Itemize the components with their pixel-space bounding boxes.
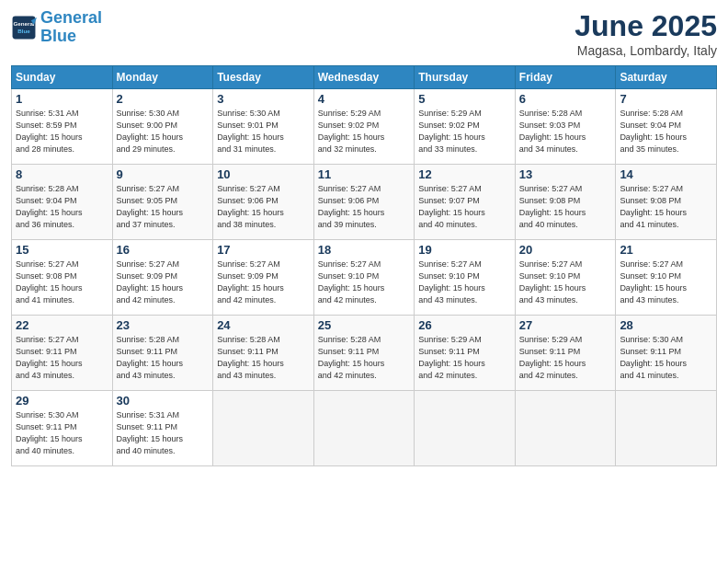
weekday-header-saturday: Saturday [616,66,717,89]
day-info: Sunrise: 5:27 AM Sunset: 9:09 PM Dayligh… [217,259,310,306]
calendar-cell [515,391,616,466]
day-info: Sunrise: 5:29 AM Sunset: 9:11 PM Dayligh… [418,334,511,382]
location: Magasa, Lombardy, Italy [574,43,717,58]
day-number: 17 [217,243,310,257]
day-number: 30 [117,394,210,408]
day-number: 11 [318,167,411,181]
calendar-cell: 20Sunrise: 5:27 AM Sunset: 9:10 PM Dayli… [515,240,616,316]
day-number: 5 [418,92,511,106]
day-info: Sunrise: 5:27 AM Sunset: 9:06 PM Dayligh… [217,183,310,231]
day-number: 22 [16,318,108,332]
day-number: 7 [620,92,712,106]
calendar-cell: 8Sunrise: 5:28 AM Sunset: 9:04 PM Daylig… [12,165,113,240]
day-number: 16 [117,243,210,257]
calendar-cell: 24Sunrise: 5:28 AM Sunset: 9:11 PM Dayli… [213,316,314,391]
day-number: 2 [117,92,210,106]
day-number: 12 [418,167,511,181]
day-number: 8 [16,167,108,181]
week-row-4: 22Sunrise: 5:27 AM Sunset: 9:11 PM Dayli… [12,316,717,391]
day-number: 9 [117,167,210,181]
day-number: 13 [519,167,612,181]
weekday-header-thursday: Thursday [415,66,516,89]
day-info: Sunrise: 5:27 AM Sunset: 9:08 PM Dayligh… [620,183,712,231]
calendar-cell [616,391,717,466]
calendar-cell: 30Sunrise: 5:31 AM Sunset: 9:11 PM Dayli… [112,391,213,466]
week-row-2: 8Sunrise: 5:28 AM Sunset: 9:04 PM Daylig… [12,165,717,240]
calendar-cell: 21Sunrise: 5:27 AM Sunset: 9:10 PM Dayli… [616,240,717,316]
svg-text:General: General [13,20,34,27]
day-info: Sunrise: 5:28 AM Sunset: 9:11 PM Dayligh… [318,334,411,382]
calendar-cell: 29Sunrise: 5:30 AM Sunset: 9:11 PM Dayli… [12,391,113,466]
calendar-cell [313,391,415,466]
day-info: Sunrise: 5:28 AM Sunset: 9:03 PM Dayligh… [519,108,612,155]
calendar-cell: 18Sunrise: 5:27 AM Sunset: 9:10 PM Dayli… [313,240,415,316]
logo-name: General Blue [40,9,102,46]
day-info: Sunrise: 5:27 AM Sunset: 9:06 PM Dayligh… [318,183,411,231]
day-info: Sunrise: 5:31 AM Sunset: 8:59 PM Dayligh… [16,108,108,155]
day-info: Sunrise: 5:30 AM Sunset: 9:11 PM Dayligh… [620,334,712,382]
weekday-header-sunday: Sunday [12,66,113,89]
day-number: 28 [620,318,712,332]
svg-text:Blue: Blue [17,28,30,34]
weekday-header-row: SundayMondayTuesdayWednesdayThursdayFrid… [12,66,717,89]
weekday-header-wednesday: Wednesday [313,66,415,89]
weekday-header-monday: Monday [112,66,213,89]
day-number: 24 [217,318,310,332]
day-info: Sunrise: 5:29 AM Sunset: 9:11 PM Dayligh… [519,334,612,382]
title-block: June 2025 Magasa, Lombardy, Italy [574,9,717,58]
day-number: 15 [16,243,108,257]
day-number: 18 [318,243,411,257]
day-info: Sunrise: 5:27 AM Sunset: 9:07 PM Dayligh… [418,183,511,231]
week-row-3: 15Sunrise: 5:27 AM Sunset: 9:08 PM Dayli… [12,240,717,316]
day-info: Sunrise: 5:27 AM Sunset: 9:10 PM Dayligh… [418,259,511,306]
day-number: 21 [620,243,712,257]
calendar-cell: 2Sunrise: 5:30 AM Sunset: 9:00 PM Daylig… [112,89,213,165]
calendar-cell: 27Sunrise: 5:29 AM Sunset: 9:11 PM Dayli… [515,316,616,391]
calendar-cell: 10Sunrise: 5:27 AM Sunset: 9:06 PM Dayli… [213,165,314,240]
calendar-cell: 3Sunrise: 5:30 AM Sunset: 9:01 PM Daylig… [213,89,314,165]
calendar-cell [415,391,516,466]
day-number: 25 [318,318,411,332]
calendar-cell: 15Sunrise: 5:27 AM Sunset: 9:08 PM Dayli… [12,240,113,316]
day-number: 1 [16,92,108,106]
calendar-cell: 26Sunrise: 5:29 AM Sunset: 9:11 PM Dayli… [415,316,516,391]
day-info: Sunrise: 5:30 AM Sunset: 9:01 PM Dayligh… [217,108,310,155]
month-title: June 2025 [574,9,717,43]
calendar-cell: 1Sunrise: 5:31 AM Sunset: 8:59 PM Daylig… [12,89,113,165]
weekday-header-tuesday: Tuesday [213,66,314,89]
calendar-table: SundayMondayTuesdayWednesdayThursdayFrid… [11,65,717,466]
calendar-cell: 6Sunrise: 5:28 AM Sunset: 9:03 PM Daylig… [515,89,616,165]
day-number: 29 [16,394,108,408]
day-info: Sunrise: 5:29 AM Sunset: 9:02 PM Dayligh… [318,108,411,155]
day-info: Sunrise: 5:27 AM Sunset: 9:10 PM Dayligh… [620,259,712,306]
day-number: 4 [318,92,411,106]
calendar-cell: 19Sunrise: 5:27 AM Sunset: 9:10 PM Dayli… [415,240,516,316]
day-number: 14 [620,167,712,181]
day-info: Sunrise: 5:30 AM Sunset: 9:11 PM Dayligh… [16,409,108,457]
calendar-cell: 7Sunrise: 5:28 AM Sunset: 9:04 PM Daylig… [616,89,717,165]
day-info: Sunrise: 5:27 AM Sunset: 9:11 PM Dayligh… [16,334,108,382]
calendar-cell: 28Sunrise: 5:30 AM Sunset: 9:11 PM Dayli… [616,316,717,391]
day-info: Sunrise: 5:27 AM Sunset: 9:10 PM Dayligh… [519,259,612,306]
day-info: Sunrise: 5:28 AM Sunset: 9:04 PM Dayligh… [16,183,108,231]
day-info: Sunrise: 5:27 AM Sunset: 9:09 PM Dayligh… [117,259,210,306]
logo: General Blue General Blue [11,9,102,46]
day-info: Sunrise: 5:30 AM Sunset: 9:00 PM Dayligh… [117,108,210,155]
calendar-cell: 14Sunrise: 5:27 AM Sunset: 9:08 PM Dayli… [616,165,717,240]
day-number: 23 [117,318,210,332]
day-number: 10 [217,167,310,181]
calendar-cell: 25Sunrise: 5:28 AM Sunset: 9:11 PM Dayli… [313,316,415,391]
day-number: 3 [217,92,310,106]
day-info: Sunrise: 5:28 AM Sunset: 9:11 PM Dayligh… [117,334,210,382]
calendar-cell: 23Sunrise: 5:28 AM Sunset: 9:11 PM Dayli… [112,316,213,391]
calendar-cell: 16Sunrise: 5:27 AM Sunset: 9:09 PM Dayli… [112,240,213,316]
day-number: 20 [519,243,612,257]
day-info: Sunrise: 5:28 AM Sunset: 9:04 PM Dayligh… [620,108,712,155]
day-info: Sunrise: 5:28 AM Sunset: 9:11 PM Dayligh… [217,334,310,382]
week-row-5: 29Sunrise: 5:30 AM Sunset: 9:11 PM Dayli… [12,391,717,466]
calendar-cell: 22Sunrise: 5:27 AM Sunset: 9:11 PM Dayli… [12,316,113,391]
day-info: Sunrise: 5:31 AM Sunset: 9:11 PM Dayligh… [117,409,210,457]
week-row-1: 1Sunrise: 5:31 AM Sunset: 8:59 PM Daylig… [12,89,717,165]
day-info: Sunrise: 5:27 AM Sunset: 9:05 PM Dayligh… [117,183,210,231]
calendar-container: General Blue General Blue June 2025 Maga… [0,0,728,563]
